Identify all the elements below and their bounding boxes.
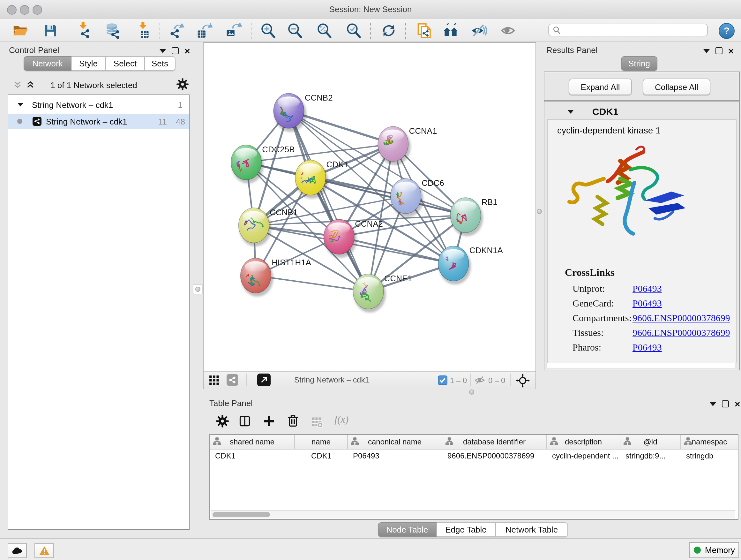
scrollbar-thumb[interactable]: [212, 512, 270, 517]
svg-text:CCNE1: CCNE1: [384, 274, 412, 283]
zoom-out-icon[interactable]: [286, 22, 303, 39]
control-panel: Control Panel × Network Style Select Set…: [4, 42, 192, 530]
zoom-selected-icon[interactable]: [345, 22, 362, 39]
search-input[interactable]: [548, 23, 708, 37]
gene-section: CDK1 cyclin-dependent kinase 1: [544, 101, 740, 370]
crosslink-link[interactable]: 9606.ENSP00000378699: [632, 327, 730, 338]
save-session-icon[interactable]: [42, 22, 59, 39]
import-table-file-icon[interactable]: [135, 22, 151, 39]
first-neighbors-icon[interactable]: [442, 22, 459, 39]
tab-style[interactable]: Style: [71, 56, 106, 71]
tab-select[interactable]: Select: [106, 56, 145, 71]
warning-icon: [39, 546, 50, 556]
panel-menu-icon[interactable]: [159, 49, 166, 53]
horizontal-scrollbar[interactable]: [211, 510, 735, 518]
crosslink-link[interactable]: P06493: [632, 298, 662, 309]
crosslink-link[interactable]: 9606.ENSP00000378699: [632, 313, 730, 324]
new-network-from-selection-icon[interactable]: [416, 22, 433, 39]
column-header[interactable]: namespac: [681, 435, 738, 449]
bottom-splitter-handle[interactable]: [469, 389, 474, 395]
warning-button[interactable]: [35, 543, 54, 558]
tab-sets[interactable]: Sets: [145, 56, 176, 71]
tab-network[interactable]: Network: [23, 56, 71, 71]
maximize-window-icon[interactable]: [32, 5, 42, 15]
section-footer: [547, 363, 735, 368]
table-row[interactable]: CDK1 CDK1 P06493 9606.ENSP00000378699 cy…: [210, 449, 738, 462]
add-column-icon[interactable]: [262, 415, 276, 428]
left-splitter-handle[interactable]: [193, 284, 203, 294]
column-type-icon: [684, 437, 692, 445]
tab-node-table[interactable]: Node Table: [378, 522, 436, 537]
svg-text:HIST1H1A: HIST1H1A: [272, 258, 311, 267]
collapse-all-button[interactable]: Collapse All: [643, 78, 711, 95]
float-panel-icon[interactable]: [722, 400, 729, 408]
crosslink-label: GeneCard:: [572, 298, 614, 309]
zoom-fit-icon[interactable]: [316, 22, 333, 39]
network-collection-row[interactable]: String Network – cdk1 1: [8, 95, 189, 112]
tab-network-table[interactable]: Network Table: [496, 522, 568, 537]
table-options-gear-icon[interactable]: [216, 415, 229, 428]
help-button[interactable]: ?: [719, 23, 735, 39]
crosslink-label: Pharos:: [572, 342, 601, 353]
network-canvas[interactable]: CCNB2CCNA1CDC25BCDK1CDC6RB1CCNB1CCNA2CDK…: [204, 43, 536, 371]
cloud-button[interactable]: [8, 543, 27, 558]
zoom-in-icon[interactable]: [260, 22, 276, 39]
network-row-selected[interactable]: String Network – cdk1 11 48: [8, 114, 189, 129]
close-panel-icon[interactable]: ×: [735, 401, 740, 407]
open-file-icon[interactable]: [12, 22, 29, 39]
crosslink-link[interactable]: P06493: [632, 342, 662, 353]
tree-expander-icon[interactable]: [17, 103, 23, 107]
search-icon: [553, 26, 561, 34]
network-view-type-icon[interactable]: [226, 374, 238, 386]
float-panel-icon[interactable]: [716, 47, 723, 54]
expand-all-button[interactable]: Expand All: [569, 78, 632, 95]
section-expander-icon[interactable]: [567, 110, 574, 114]
network-label: String Network – cdk1: [46, 117, 127, 126]
export-image-icon[interactable]: [225, 22, 242, 39]
delete-table-icon-disabled[interactable]: [310, 415, 323, 428]
import-network-database-icon[interactable]: [104, 22, 121, 39]
results-panel: Results Panel × String Expand All Collap…: [542, 42, 741, 396]
crosslink-label: Uniprot:: [572, 284, 605, 294]
column-header[interactable]: @id: [620, 435, 681, 449]
memory-button[interactable]: Memory: [689, 542, 739, 558]
apply-layout-refresh-icon[interactable]: [381, 22, 397, 39]
detach-view-button[interactable]: [257, 374, 271, 386]
grid-view-icon[interactable]: [209, 375, 219, 386]
memory-label: Memory: [705, 545, 735, 555]
column-header[interactable]: canonical name: [348, 435, 442, 449]
column-header[interactable]: description: [547, 435, 620, 449]
show-columns-icon[interactable]: [238, 415, 252, 428]
gene-description: cyclin-dependent kinase 1: [557, 125, 661, 135]
import-network-file-icon[interactable]: [75, 22, 92, 39]
hide-selected-eye-icon[interactable]: [470, 22, 487, 39]
right-splitter-handle[interactable]: [537, 209, 542, 214]
close-panel-icon[interactable]: ×: [185, 48, 190, 54]
close-panel-icon[interactable]: ×: [728, 48, 734, 54]
minimize-window-icon[interactable]: [20, 5, 29, 15]
collapse-all-chevron-icon[interactable]: [12, 79, 23, 90]
network-view[interactable]: CCNB2CCNA1CDC25BCDK1CDC6RB1CCNB1CCNA2CDK…: [203, 42, 536, 389]
export-network-icon[interactable]: [169, 22, 185, 39]
delete-column-icon[interactable]: [286, 414, 300, 428]
tab-edge-table[interactable]: Edge Table: [436, 522, 496, 537]
network-options-gear-icon[interactable]: [176, 78, 189, 91]
column-header[interactable]: database identifier: [442, 435, 547, 449]
birds-eye-crosshair-icon[interactable]: [516, 374, 530, 388]
tab-string[interactable]: String: [621, 56, 657, 71]
crosslink-link[interactable]: P06493: [632, 284, 662, 294]
toolbar-separator: [159, 22, 160, 39]
crosslinks-title: CrossLinks: [565, 267, 615, 278]
panel-menu-icon[interactable]: [710, 402, 716, 406]
float-panel-icon[interactable]: [172, 47, 179, 54]
panel-menu-icon[interactable]: [703, 49, 710, 53]
selected-checkbox[interactable]: [438, 375, 448, 385]
close-window-icon[interactable]: [7, 5, 17, 15]
column-header[interactable]: shared name: [210, 435, 295, 449]
svg-text:CCNB1: CCNB1: [270, 208, 298, 217]
detach-arrow-icon: [257, 374, 271, 386]
export-table-icon[interactable]: [196, 22, 212, 39]
function-builder-fx[interactable]: f(x): [334, 414, 348, 425]
column-header[interactable]: name: [295, 435, 348, 449]
show-all-eye-icon[interactable]: [500, 22, 516, 39]
